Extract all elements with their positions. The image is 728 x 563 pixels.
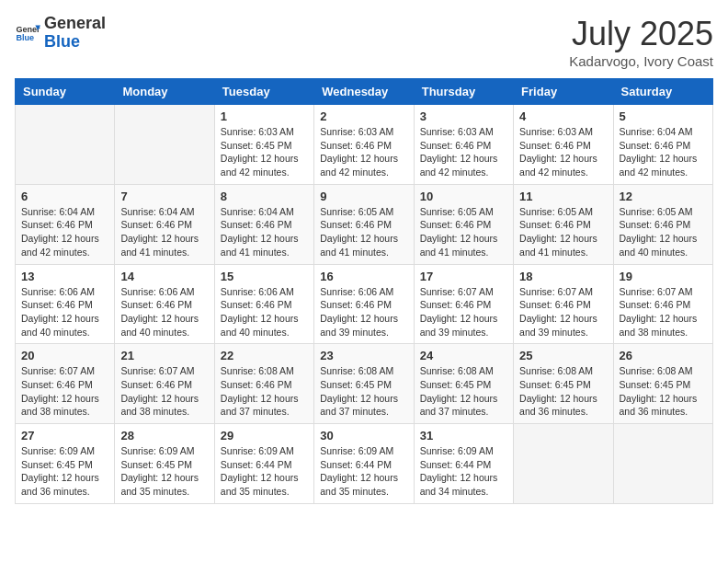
logo-blue-text: Blue bbox=[44, 33, 106, 52]
day-number: 20 bbox=[21, 349, 108, 362]
day-number: 25 bbox=[519, 349, 607, 362]
day-info: Sunrise: 6:03 AM Sunset: 6:46 PM Dayligh… bbox=[320, 125, 407, 179]
day-number: 17 bbox=[420, 270, 507, 283]
day-number: 22 bbox=[221, 349, 308, 362]
calendar-day-cell: 15Sunrise: 6:06 AM Sunset: 6:46 PM Dayli… bbox=[214, 264, 313, 344]
calendar-day-cell: 6Sunrise: 6:04 AM Sunset: 6:46 PM Daylig… bbox=[16, 184, 115, 264]
calendar-body: 1Sunrise: 6:03 AM Sunset: 6:45 PM Daylig… bbox=[16, 105, 713, 504]
day-number: 19 bbox=[620, 270, 707, 283]
calendar-day-cell: 19Sunrise: 6:07 AM Sunset: 6:46 PM Dayli… bbox=[613, 264, 712, 344]
day-number: 7 bbox=[120, 190, 208, 203]
calendar-day-cell: 9Sunrise: 6:05 AM Sunset: 6:46 PM Daylig… bbox=[314, 184, 414, 264]
day-number: 26 bbox=[620, 349, 707, 362]
day-info: Sunrise: 6:07 AM Sunset: 6:46 PM Dayligh… bbox=[519, 285, 607, 339]
page-header: General Blue General Blue July 2025 Kada… bbox=[15, 15, 713, 69]
day-info: Sunrise: 6:08 AM Sunset: 6:45 PM Dayligh… bbox=[519, 364, 607, 419]
day-number: 6 bbox=[21, 190, 108, 203]
day-info: Sunrise: 6:04 AM Sunset: 6:46 PM Dayligh… bbox=[620, 125, 707, 179]
calendar-day-cell: 8Sunrise: 6:04 AM Sunset: 6:46 PM Daylig… bbox=[214, 184, 313, 264]
location: Kadarvogo, Ivory Coast bbox=[569, 53, 713, 69]
day-info: Sunrise: 6:08 AM Sunset: 6:45 PM Dayligh… bbox=[620, 364, 707, 419]
day-number: 8 bbox=[221, 190, 308, 203]
day-number: 15 bbox=[221, 270, 308, 283]
day-info: Sunrise: 6:05 AM Sunset: 6:46 PM Dayligh… bbox=[420, 205, 507, 259]
calendar-week-row: 6Sunrise: 6:04 AM Sunset: 6:46 PM Daylig… bbox=[16, 184, 713, 264]
calendar-day-header: Saturday bbox=[613, 79, 712, 105]
calendar-week-row: 20Sunrise: 6:07 AM Sunset: 6:46 PM Dayli… bbox=[16, 344, 713, 424]
day-info: Sunrise: 6:09 AM Sunset: 6:44 PM Dayligh… bbox=[320, 444, 407, 499]
day-info: Sunrise: 6:03 AM Sunset: 6:46 PM Dayligh… bbox=[519, 125, 607, 179]
day-number: 9 bbox=[320, 190, 407, 203]
calendar-day-header: Monday bbox=[115, 79, 214, 105]
day-info: Sunrise: 6:03 AM Sunset: 6:45 PM Dayligh… bbox=[221, 125, 308, 179]
day-info: Sunrise: 6:09 AM Sunset: 6:44 PM Dayligh… bbox=[420, 444, 507, 499]
calendar-day-cell bbox=[613, 424, 712, 504]
calendar-week-row: 1Sunrise: 6:03 AM Sunset: 6:45 PM Daylig… bbox=[16, 105, 713, 185]
day-number: 24 bbox=[420, 349, 507, 362]
day-number: 27 bbox=[21, 429, 108, 442]
logo-general-text: General bbox=[44, 15, 106, 33]
title-block: July 2025 Kadarvogo, Ivory Coast bbox=[569, 15, 713, 69]
logo-icon: General Blue bbox=[15, 20, 40, 46]
calendar-day-cell bbox=[16, 105, 115, 185]
logo: General Blue General Blue bbox=[15, 15, 106, 52]
calendar-day-cell: 22Sunrise: 6:08 AM Sunset: 6:46 PM Dayli… bbox=[214, 344, 313, 424]
day-number: 28 bbox=[120, 429, 208, 442]
calendar-day-cell: 5Sunrise: 6:04 AM Sunset: 6:46 PM Daylig… bbox=[613, 105, 712, 185]
calendar-day-cell: 25Sunrise: 6:08 AM Sunset: 6:45 PM Dayli… bbox=[514, 344, 613, 424]
day-number: 30 bbox=[320, 429, 407, 442]
calendar-table: SundayMondayTuesdayWednesdayThursdayFrid… bbox=[15, 78, 713, 504]
day-info: Sunrise: 6:06 AM Sunset: 6:46 PM Dayligh… bbox=[320, 285, 407, 339]
calendar-day-cell: 29Sunrise: 6:09 AM Sunset: 6:44 PM Dayli… bbox=[214, 424, 313, 504]
calendar-day-cell: 21Sunrise: 6:07 AM Sunset: 6:46 PM Dayli… bbox=[115, 344, 214, 424]
day-info: Sunrise: 6:05 AM Sunset: 6:46 PM Dayligh… bbox=[519, 205, 607, 259]
day-info: Sunrise: 6:04 AM Sunset: 6:46 PM Dayligh… bbox=[120, 205, 208, 259]
month-title: July 2025 bbox=[569, 15, 713, 53]
calendar-day-cell: 10Sunrise: 6:05 AM Sunset: 6:46 PM Dayli… bbox=[414, 184, 513, 264]
day-info: Sunrise: 6:09 AM Sunset: 6:44 PM Dayligh… bbox=[221, 444, 308, 499]
day-info: Sunrise: 6:06 AM Sunset: 6:46 PM Dayligh… bbox=[21, 285, 108, 339]
calendar-day-cell: 30Sunrise: 6:09 AM Sunset: 6:44 PM Dayli… bbox=[314, 424, 414, 504]
calendar-day-cell: 17Sunrise: 6:07 AM Sunset: 6:46 PM Dayli… bbox=[414, 264, 513, 344]
calendar-week-row: 27Sunrise: 6:09 AM Sunset: 6:45 PM Dayli… bbox=[16, 424, 713, 504]
calendar-day-cell: 18Sunrise: 6:07 AM Sunset: 6:46 PM Dayli… bbox=[514, 264, 613, 344]
day-info: Sunrise: 6:09 AM Sunset: 6:45 PM Dayligh… bbox=[120, 444, 208, 499]
day-number: 29 bbox=[221, 429, 308, 442]
day-info: Sunrise: 6:08 AM Sunset: 6:45 PM Dayligh… bbox=[320, 364, 407, 419]
day-info: Sunrise: 6:05 AM Sunset: 6:46 PM Dayligh… bbox=[320, 205, 407, 259]
calendar-day-cell: 3Sunrise: 6:03 AM Sunset: 6:46 PM Daylig… bbox=[414, 105, 513, 185]
day-number: 10 bbox=[420, 190, 507, 203]
calendar-day-cell bbox=[514, 424, 613, 504]
day-number: 31 bbox=[420, 429, 507, 442]
calendar-day-cell: 1Sunrise: 6:03 AM Sunset: 6:45 PM Daylig… bbox=[214, 105, 313, 185]
calendar-day-cell: 26Sunrise: 6:08 AM Sunset: 6:45 PM Dayli… bbox=[613, 344, 712, 424]
day-info: Sunrise: 6:08 AM Sunset: 6:45 PM Dayligh… bbox=[420, 364, 507, 419]
day-number: 21 bbox=[120, 349, 208, 362]
calendar-day-cell: 24Sunrise: 6:08 AM Sunset: 6:45 PM Dayli… bbox=[414, 344, 513, 424]
day-number: 3 bbox=[420, 109, 507, 123]
calendar-day-cell: 20Sunrise: 6:07 AM Sunset: 6:46 PM Dayli… bbox=[16, 344, 115, 424]
calendar-week-row: 13Sunrise: 6:06 AM Sunset: 6:46 PM Dayli… bbox=[16, 264, 713, 344]
calendar-day-header: Sunday bbox=[16, 79, 115, 105]
calendar-day-cell: 7Sunrise: 6:04 AM Sunset: 6:46 PM Daylig… bbox=[115, 184, 214, 264]
day-number: 1 bbox=[221, 109, 308, 123]
calendar-header-row: SundayMondayTuesdayWednesdayThursdayFrid… bbox=[16, 79, 713, 105]
calendar-day-cell: 28Sunrise: 6:09 AM Sunset: 6:45 PM Dayli… bbox=[115, 424, 214, 504]
day-info: Sunrise: 6:04 AM Sunset: 6:46 PM Dayligh… bbox=[221, 205, 308, 259]
day-number: 11 bbox=[519, 190, 607, 203]
svg-text:Blue: Blue bbox=[16, 33, 34, 42]
day-info: Sunrise: 6:07 AM Sunset: 6:46 PM Dayligh… bbox=[120, 364, 208, 419]
calendar-day-cell: 2Sunrise: 6:03 AM Sunset: 6:46 PM Daylig… bbox=[314, 105, 414, 185]
calendar-day-cell: 31Sunrise: 6:09 AM Sunset: 6:44 PM Dayli… bbox=[414, 424, 513, 504]
day-number: 14 bbox=[120, 270, 208, 283]
day-info: Sunrise: 6:05 AM Sunset: 6:46 PM Dayligh… bbox=[620, 205, 707, 259]
calendar-day-header: Thursday bbox=[414, 79, 513, 105]
calendar-day-cell: 27Sunrise: 6:09 AM Sunset: 6:45 PM Dayli… bbox=[16, 424, 115, 504]
day-info: Sunrise: 6:09 AM Sunset: 6:45 PM Dayligh… bbox=[21, 444, 108, 499]
calendar-day-cell: 14Sunrise: 6:06 AM Sunset: 6:46 PM Dayli… bbox=[115, 264, 214, 344]
day-info: Sunrise: 6:07 AM Sunset: 6:46 PM Dayligh… bbox=[21, 364, 108, 419]
day-number: 23 bbox=[320, 349, 407, 362]
day-info: Sunrise: 6:06 AM Sunset: 6:46 PM Dayligh… bbox=[120, 285, 208, 339]
day-info: Sunrise: 6:04 AM Sunset: 6:46 PM Dayligh… bbox=[21, 205, 108, 259]
day-number: 2 bbox=[320, 109, 407, 123]
